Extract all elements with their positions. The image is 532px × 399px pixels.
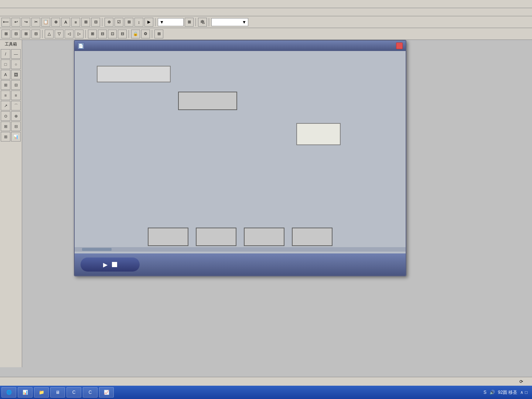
taskbar-icon-mcgs[interactable]: 🖥	[50, 387, 65, 398]
sim-btn-auto[interactable]	[244, 228, 284, 246]
toolbar-btn-4[interactable]: ✂	[31, 18, 40, 27]
toolbar2-btn-1[interactable]: ⊞	[1, 30, 10, 38]
tool-8a[interactable]: ⊞	[1, 122, 10, 131]
taskbar: 🌐 📊 📁 🖥 C C 📈 S 🔊 92圆 移圣 ∧ □	[0, 386, 532, 399]
tray-time: 92圆 移圣	[498, 389, 518, 396]
tool-9b[interactable]: 📊	[11, 132, 21, 141]
sim-menu-icon[interactable]: 📄	[78, 42, 84, 49]
taskbar-icon-chart[interactable]: 📈	[99, 387, 114, 398]
tray-show-desktop[interactable]: ∧ □	[520, 390, 528, 395]
tool-table[interactable]: ⊞	[1, 132, 10, 141]
toolbar2-btn-3[interactable]: ⊞	[21, 30, 30, 38]
menu-window[interactable]	[24, 11, 27, 13]
tool-rect[interactable]: □	[1, 59, 10, 69]
sim-play-area: ▶	[81, 258, 140, 272]
menu-d[interactable]	[1, 11, 4, 13]
tray-network: 🔊	[490, 390, 495, 395]
sim-controls: ▶	[81, 258, 140, 272]
sim-btn-test[interactable]	[292, 228, 332, 246]
toolbar2-btn-5[interactable]: △	[45, 30, 54, 38]
toolbar2-btn-15[interactable]: ⊞	[154, 30, 163, 38]
toolbar2-btn-6[interactable]: ▽	[55, 30, 64, 38]
toolbar2-btn-12[interactable]: ⊟	[118, 30, 127, 38]
sim-center-start-button[interactable]	[178, 92, 237, 110]
toolbar-btn-9[interactable]: ⊞	[81, 18, 90, 27]
tool-arc[interactable]: ⌒	[11, 101, 21, 110]
taskbar-icon-c1[interactable]: C	[66, 387, 81, 398]
sim-btn-start[interactable]	[148, 228, 188, 246]
toolbar-btn-5[interactable]: 📋	[41, 18, 50, 27]
sim-input-widget[interactable]	[97, 66, 171, 82]
taskbar-icon-folder[interactable]: 📁	[34, 387, 49, 398]
taskbar-right: S 🔊 92圆 移圣 ∧ □	[484, 389, 531, 396]
tool-4a[interactable]: ⊞	[1, 80, 10, 90]
tool-6a[interactable]: ↗	[1, 101, 10, 110]
toolbar-btn-11[interactable]: ⊕	[105, 18, 113, 27]
toolbar2-btn-14[interactable]: ⚙	[141, 30, 150, 38]
sim-bottom-buttons	[75, 228, 406, 246]
tool-line-diag[interactable]: /	[1, 49, 10, 59]
taskbar-icon-sis[interactable]: 📊	[18, 387, 33, 398]
taskbar-icon-browser[interactable]: 🌐	[1, 387, 16, 398]
toolbox-label: 工具箱	[1, 41, 21, 47]
taskbar-icon-c2[interactable]: C	[83, 387, 98, 398]
toolbox: 工具箱 / — □ ○ A 🖼 ⊞ ⊟ ≡ ≡ ↗ ⌒ ⊙ ⊕ ⊞	[0, 40, 22, 367]
toolbar-btn-8[interactable]: ≡	[71, 18, 80, 27]
tool-text[interactable]: A	[1, 70, 10, 79]
toolbar2-btn-11[interactable]: ⊡	[108, 30, 117, 38]
tray-s: S	[484, 390, 487, 395]
tool-7a[interactable]: ⊙	[1, 111, 10, 121]
sim-close-button[interactable]	[396, 42, 403, 49]
tool-row-8: ⊞ ⊟	[1, 122, 21, 131]
toolbar2-btn-9[interactable]: ⊞	[88, 30, 97, 38]
toolbar2-btn-13[interactable]: 🔒	[131, 30, 140, 38]
toolbar-btn-6[interactable]: ⊕	[51, 18, 60, 27]
separator-1	[102, 18, 103, 26]
menu-bar	[0, 8, 532, 16]
separator-4	[209, 18, 209, 26]
tool-image[interactable]: 🖼	[11, 70, 21, 79]
tool-row-4: ⊞ ⊟	[1, 80, 21, 90]
toolbar-2: ⊞ ⊟ ⊞ ⊟ △ ▽ ◁ ▷ ⊞ ⊟ ⊡ ⊟ 🔒 ⚙ ⊞	[0, 28, 532, 40]
tool-row-7: ⊙ ⊕	[1, 111, 21, 121]
toolbar-btn-7[interactable]: A	[61, 18, 70, 27]
sim-scrollbar[interactable]	[75, 247, 406, 252]
toolbar-btn-3[interactable]: ↪	[21, 18, 30, 27]
menu-table[interactable]	[9, 11, 12, 13]
tool-ellipse[interactable]: ○	[11, 59, 21, 69]
toolbar2-btn-4[interactable]: ⊟	[31, 30, 40, 38]
tool-5a[interactable]: ≡	[1, 91, 10, 100]
tool-8b[interactable]: ⊟	[11, 122, 21, 131]
toolbar-btn-2[interactable]: ↩	[11, 18, 20, 27]
toolbar2-btn-2[interactable]: ⊟	[11, 30, 20, 38]
toolbar-btn-15[interactable]: ▶	[144, 18, 153, 27]
separator-3	[195, 18, 196, 26]
title-bar	[0, 0, 532, 8]
toolbar-btn-13[interactable]: ⊞	[125, 18, 133, 27]
tool-4b[interactable]: ⊟	[11, 80, 21, 90]
toolbar2-btn-8[interactable]: ▷	[75, 30, 83, 38]
sim-btn-manual[interactable]	[196, 228, 236, 246]
toolbar-btn-1[interactable]: ⟵	[1, 18, 10, 27]
scrollbar-thumb[interactable]	[82, 248, 112, 251]
tool-line[interactable]: —	[11, 49, 21, 59]
tool-5b[interactable]: ≡	[11, 91, 21, 100]
separator-2	[155, 18, 156, 26]
zoom-btn[interactable]: ⊞	[185, 18, 194, 27]
toolbar-special[interactable]: 电	[198, 18, 207, 27]
toolbar-btn-14[interactable]: ↕	[134, 18, 143, 27]
language-selector[interactable]: ▼	[211, 18, 248, 26]
toolbar-btn-12[interactable]: ☑	[115, 18, 123, 27]
toolbar-btn-10[interactable]: ⊟	[91, 18, 100, 27]
toolbar2-btn-7[interactable]: ◁	[65, 30, 74, 38]
toolbar2-btn-10[interactable]: ⊟	[98, 30, 107, 38]
separator-5	[42, 30, 43, 38]
zoom-display: ▼	[158, 18, 184, 26]
menu-tools[interactable]	[16, 11, 19, 13]
sim-play-button[interactable]: ▶	[103, 261, 108, 268]
tool-7b[interactable]: ⊕	[11, 111, 21, 121]
menu-help[interactable]	[31, 11, 34, 13]
separator-8	[152, 30, 153, 38]
tool-row-6: ↗ ⌒	[1, 101, 21, 110]
sim-stop-button[interactable]	[112, 262, 117, 267]
